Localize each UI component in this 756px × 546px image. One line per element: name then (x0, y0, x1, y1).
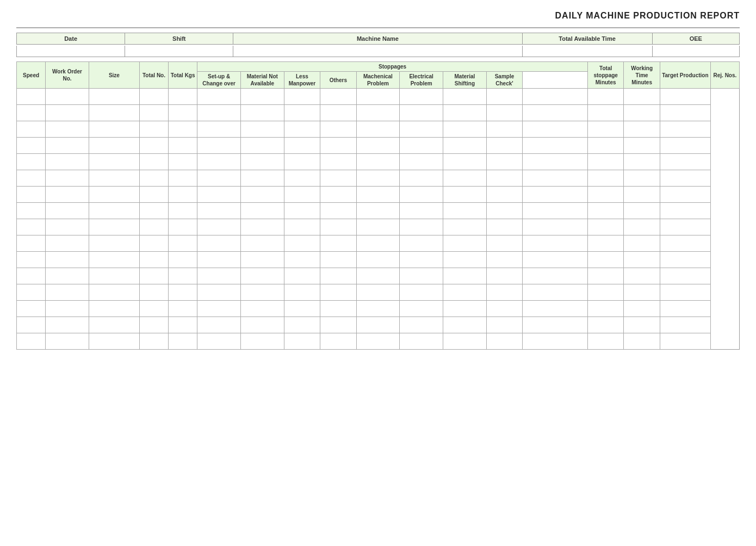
table-cell[interactable] (587, 203, 623, 219)
table-cell[interactable] (139, 219, 168, 235)
table-cell[interactable] (587, 268, 623, 284)
table-cell[interactable] (624, 301, 660, 317)
table-cell[interactable] (660, 317, 710, 333)
table-cell[interactable] (169, 333, 197, 350)
table-cell[interactable] (523, 154, 588, 170)
table-cell[interactable] (240, 301, 284, 317)
table-cell[interactable] (320, 187, 356, 203)
table-cell[interactable] (240, 219, 284, 235)
table-cell[interactable] (356, 105, 400, 121)
table-cell[interactable] (523, 121, 588, 138)
table-cell[interactable] (17, 268, 46, 284)
table-cell[interactable] (523, 219, 588, 235)
table-cell[interactable] (587, 219, 623, 235)
table-cell[interactable] (169, 138, 197, 154)
table-cell[interactable] (169, 268, 197, 284)
table-cell[interactable] (400, 252, 443, 268)
table-cell[interactable] (284, 317, 320, 333)
table-cell[interactable] (660, 154, 710, 170)
table-cell[interactable] (356, 317, 400, 333)
table-cell[interactable] (523, 170, 588, 187)
table-cell[interactable] (284, 89, 320, 105)
table-cell[interactable] (523, 284, 588, 301)
table-cell[interactable] (169, 219, 197, 235)
table-cell[interactable] (486, 219, 522, 235)
table-cell[interactable] (240, 89, 284, 105)
table-cell[interactable] (660, 138, 710, 154)
table-cell[interactable] (523, 317, 588, 333)
table-cell[interactable] (486, 333, 522, 350)
table-cell[interactable] (486, 138, 522, 154)
table-cell[interactable] (486, 252, 522, 268)
table-cell[interactable] (139, 252, 168, 268)
table-cell[interactable] (284, 170, 320, 187)
table-cell[interactable] (197, 301, 241, 317)
table-cell[interactable] (443, 235, 487, 252)
table-cell[interactable] (660, 268, 710, 284)
table-cell[interactable] (320, 121, 356, 138)
table-cell[interactable] (587, 89, 623, 105)
table-cell[interactable] (660, 284, 710, 301)
table-cell[interactable] (443, 203, 487, 219)
table-cell[interactable] (320, 219, 356, 235)
table-cell[interactable] (89, 301, 139, 317)
oee-value[interactable] (653, 46, 739, 57)
table-cell[interactable] (169, 187, 197, 203)
table-cell[interactable] (587, 301, 623, 317)
table-cell[interactable] (139, 301, 168, 317)
table-cell[interactable] (443, 138, 487, 154)
table-cell[interactable] (139, 235, 168, 252)
table-cell[interactable] (624, 170, 660, 187)
table-cell[interactable] (169, 235, 197, 252)
table-cell[interactable] (443, 333, 487, 350)
table-cell[interactable] (169, 89, 197, 105)
table-cell[interactable] (523, 333, 588, 350)
table-cell[interactable] (197, 138, 241, 154)
table-cell[interactable] (587, 252, 623, 268)
table-cell[interactable] (197, 121, 241, 138)
table-cell[interactable] (139, 284, 168, 301)
table-cell[interactable] (17, 121, 46, 138)
table-cell[interactable] (356, 203, 400, 219)
table-cell[interactable] (660, 301, 710, 317)
table-cell[interactable] (320, 284, 356, 301)
table-cell[interactable] (89, 138, 139, 154)
table-cell[interactable] (624, 284, 660, 301)
table-cell[interactable] (169, 170, 197, 187)
table-cell[interactable] (197, 252, 241, 268)
table-cell[interactable] (320, 138, 356, 154)
table-cell[interactable] (356, 154, 400, 170)
table-cell[interactable] (284, 105, 320, 121)
table-cell[interactable] (139, 154, 168, 170)
table-cell[interactable] (284, 268, 320, 284)
table-cell[interactable] (486, 89, 522, 105)
table-cell[interactable] (89, 154, 139, 170)
table-cell[interactable] (89, 317, 139, 333)
table-cell[interactable] (89, 105, 139, 121)
table-cell[interactable] (356, 235, 400, 252)
table-cell[interactable] (139, 121, 168, 138)
table-cell[interactable] (320, 301, 356, 317)
shift-value[interactable] (125, 46, 233, 57)
table-cell[interactable] (17, 154, 46, 170)
table-cell[interactable] (523, 301, 588, 317)
table-cell[interactable] (197, 154, 241, 170)
table-cell[interactable] (197, 170, 241, 187)
table-cell[interactable] (443, 154, 487, 170)
table-cell[interactable] (46, 89, 89, 105)
table-cell[interactable] (89, 268, 139, 284)
table-cell[interactable] (320, 268, 356, 284)
table-cell[interactable] (169, 154, 197, 170)
table-cell[interactable] (139, 105, 168, 121)
table-cell[interactable] (400, 317, 443, 333)
table-cell[interactable] (356, 284, 400, 301)
total-available-time-value[interactable] (523, 46, 653, 57)
table-cell[interactable] (89, 219, 139, 235)
table-cell[interactable] (624, 203, 660, 219)
table-cell[interactable] (89, 121, 139, 138)
table-cell[interactable] (443, 317, 487, 333)
table-cell[interactable] (240, 268, 284, 284)
table-cell[interactable] (523, 138, 588, 154)
table-cell[interactable] (46, 284, 89, 301)
table-cell[interactable] (320, 317, 356, 333)
